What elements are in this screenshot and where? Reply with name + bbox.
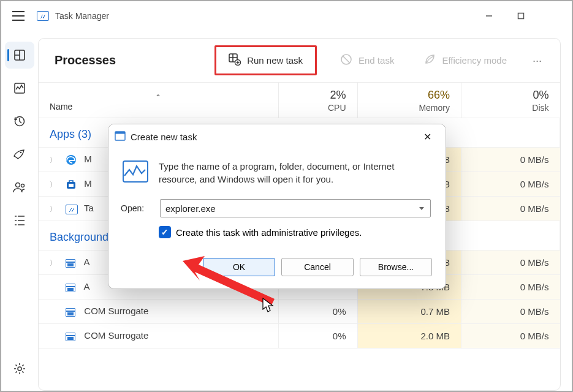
hamburger-menu-button[interactable] <box>6 5 31 27</box>
table-row[interactable]: 〉 COM Surrogate 0% 0.7 MB 0 MB/s <box>39 300 560 324</box>
store-icon <box>66 179 77 190</box>
titlebar: Task Manager ✕ <box>1 1 572 31</box>
dialog-title: Create new task <box>131 132 197 142</box>
sidebar-item-users[interactable] <box>5 174 34 201</box>
toolbar-overflow-button[interactable]: ⋯ <box>530 51 544 70</box>
admin-privileges-checkbox[interactable]: ✓ <box>159 226 171 238</box>
dialog-description: Type the name of a program, folder, docu… <box>159 160 431 186</box>
svg-point-5 <box>16 183 20 187</box>
col-memory[interactable]: 66% Memory <box>357 83 461 118</box>
leaf-icon <box>423 53 436 67</box>
run-new-task-label: Run new task <box>247 55 303 66</box>
browse-button[interactable]: Browse... <box>360 258 432 276</box>
window-icon <box>66 282 77 293</box>
open-combobox[interactable]: explorer.exe <box>160 199 431 217</box>
svg-point-7 <box>18 367 21 371</box>
efficiency-mode-button[interactable]: Efficiency mode <box>417 50 513 71</box>
sidebar-item-performance[interactable] <box>5 75 34 102</box>
window-icon <box>66 306 77 317</box>
sidebar <box>1 31 38 391</box>
open-label: Open: <box>121 203 151 213</box>
program-icon <box>121 160 150 184</box>
sidebar-item-startup[interactable] <box>5 141 34 168</box>
expand-icon[interactable]: 〉 <box>50 180 58 189</box>
card-toolbar: Processes Run new task End task <box>39 39 560 83</box>
sort-ascending-icon: ⌃ <box>50 91 267 102</box>
maximize-button[interactable] <box>507 5 535 27</box>
expand-icon[interactable]: 〉 <box>50 258 58 268</box>
create-new-task-dialog: Create new task ✕ Type the name of a pro… <box>108 124 446 289</box>
edge-icon <box>66 154 77 165</box>
col-cpu[interactable]: 2% CPU <box>278 83 357 118</box>
expand-icon[interactable]: 〉 <box>50 205 58 214</box>
sidebar-item-history[interactable] <box>5 108 34 135</box>
svg-rect-13 <box>69 184 74 187</box>
app-icon <box>34 9 51 23</box>
svg-point-6 <box>21 184 25 187</box>
col-disk[interactable]: 0% Disk <box>461 83 560 118</box>
sidebar-item-settings[interactable] <box>5 355 34 382</box>
sidebar-item-processes[interactable] <box>5 42 34 69</box>
end-task-label: End task <box>359 55 394 66</box>
end-task-icon <box>340 53 352 67</box>
svg-rect-0 <box>518 13 524 19</box>
dialog-icon <box>115 131 126 143</box>
dialog-close-button[interactable]: ✕ <box>415 127 439 146</box>
ok-button[interactable]: OK <box>203 258 275 276</box>
window-icon <box>66 331 77 342</box>
cancel-button[interactable]: Cancel <box>281 258 354 276</box>
page-title: Processes <box>55 53 116 67</box>
end-task-button[interactable]: End task <box>334 50 400 71</box>
efficiency-mode-label: Efficiency mode <box>442 55 507 66</box>
window-icon <box>66 257 77 268</box>
expand-icon[interactable]: 〉 <box>50 156 58 165</box>
table-row[interactable]: 〉 COM Surrogate 0% 2.0 MB 0 MB/s <box>39 324 560 349</box>
app-title: Task Manager <box>55 11 109 21</box>
task-manager-icon <box>66 203 77 214</box>
run-task-icon <box>229 53 241 67</box>
svg-point-4 <box>20 152 22 154</box>
dialog-titlebar[interactable]: Create new task ✕ <box>108 124 446 149</box>
svg-rect-15 <box>115 132 125 134</box>
open-value: explorer.exe <box>165 203 216 214</box>
admin-privileges-label: Create this task with administrative pri… <box>176 227 362 238</box>
sidebar-item-details[interactable] <box>5 207 34 234</box>
run-new-task-button[interactable]: Run new task <box>214 45 317 75</box>
col-name[interactable]: ⌃ Name <box>39 83 278 118</box>
minimize-button[interactable] <box>475 5 503 27</box>
